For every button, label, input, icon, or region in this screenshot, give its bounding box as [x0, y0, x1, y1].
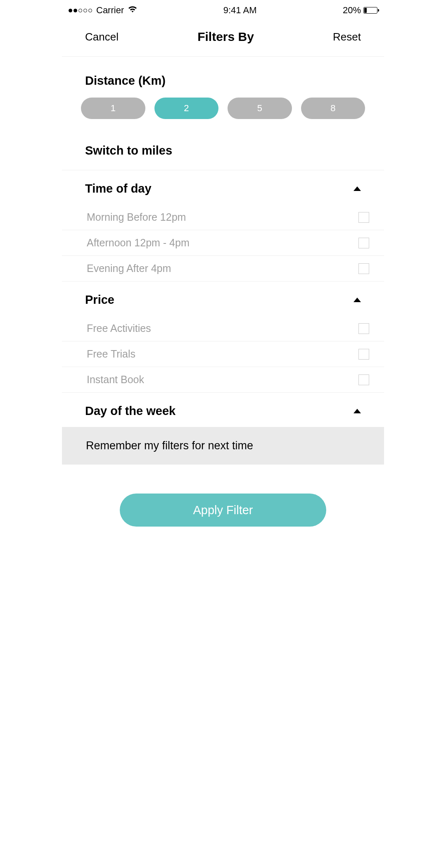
option-label: Instant Book: [87, 374, 144, 386]
signal-dots-icon: [69, 9, 92, 12]
carrier-label: Carrier: [96, 5, 124, 16]
price-header[interactable]: Price: [62, 281, 384, 316]
day-of-week-title: Day of the week: [85, 404, 176, 418]
remember-filters-banner[interactable]: Remember my filters for next time: [62, 427, 384, 465]
checkbox-morning[interactable]: [358, 212, 369, 223]
status-right: 20%: [343, 5, 377, 16]
day-of-week-header[interactable]: Day of the week: [62, 393, 384, 427]
apply-filter-button[interactable]: Apply Filter: [120, 494, 326, 527]
switch-to-miles-button[interactable]: Switch to miles: [62, 130, 384, 170]
day-of-week-section: Day of the week: [62, 393, 384, 427]
option-label: Evening After 4pm: [87, 262, 171, 274]
caret-up-icon: [353, 298, 361, 302]
checkbox-free-trials[interactable]: [358, 349, 369, 360]
page-title: Filters By: [197, 30, 254, 44]
battery-icon: [363, 7, 377, 14]
option-row[interactable]: Evening After 4pm: [62, 256, 384, 281]
reset-button[interactable]: Reset: [333, 31, 361, 43]
option-label: Free Trials: [87, 348, 135, 360]
caret-up-icon: [353, 409, 361, 413]
checkbox-free-activities[interactable]: [358, 323, 369, 334]
price-section: Price Free Activities Free Trials Instan…: [62, 281, 384, 393]
checkbox-instant-book[interactable]: [358, 374, 369, 385]
time-of-day-title: Time of day: [85, 182, 152, 196]
cancel-button[interactable]: Cancel: [85, 31, 119, 43]
caret-up-icon: [353, 186, 361, 191]
distance-option-2[interactable]: 2: [154, 98, 219, 119]
checkbox-evening[interactable]: [358, 263, 369, 274]
option-row[interactable]: Afternoon 12pm - 4pm: [62, 230, 384, 256]
option-row[interactable]: Morning Before 12pm: [62, 205, 384, 230]
option-row[interactable]: Free Trials: [62, 341, 384, 367]
option-label: Free Activities: [87, 322, 151, 334]
status-left: Carrier: [69, 5, 137, 16]
checkbox-afternoon[interactable]: [358, 238, 369, 248]
distance-option-5[interactable]: 5: [228, 98, 292, 119]
option-label: Afternoon 12pm - 4pm: [87, 237, 190, 249]
distance-option-1[interactable]: 1: [81, 98, 145, 119]
option-row[interactable]: Instant Book: [62, 367, 384, 393]
distance-option-8[interactable]: 8: [301, 98, 365, 119]
price-title: Price: [85, 293, 114, 307]
time-of-day-section: Time of day Morning Before 12pm Afternoo…: [62, 170, 384, 281]
nav-bar: Cancel Filters By Reset: [62, 21, 384, 56]
option-row[interactable]: Free Activities: [62, 316, 384, 341]
distance-section: Distance (Km) 1 2 5 8 Switch to miles: [62, 57, 384, 170]
status-bar: Carrier 9:41 AM 20%: [62, 0, 384, 21]
distance-title: Distance (Km): [62, 57, 384, 98]
remember-filters-label: Remember my filters for next time: [86, 439, 360, 452]
option-label: Morning Before 12pm: [87, 211, 186, 223]
time-of-day-header[interactable]: Time of day: [62, 170, 384, 205]
distance-options: 1 2 5 8: [62, 98, 384, 130]
battery-percent: 20%: [343, 5, 361, 16]
wifi-icon: [128, 5, 137, 16]
apply-container: Apply Filter: [62, 465, 384, 543]
status-time: 9:41 AM: [223, 5, 257, 16]
